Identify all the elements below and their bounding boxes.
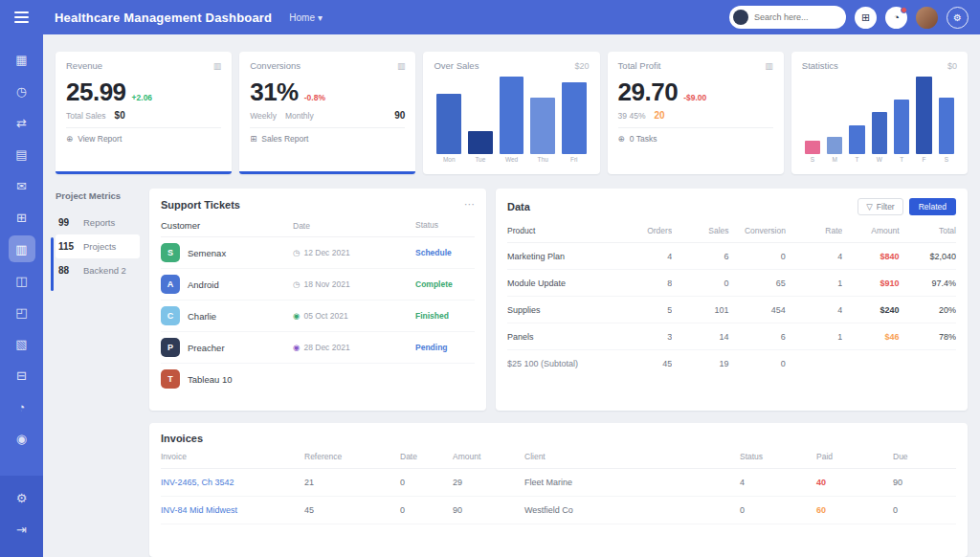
sidebar-item-layouts[interactable]: ◫ bbox=[9, 267, 35, 294]
sidebar-item-schedule[interactable]: ◷ bbox=[9, 78, 35, 104]
col-sales: Sales bbox=[672, 226, 728, 235]
card-footer-link[interactable]: ⊕ View Report bbox=[66, 127, 221, 144]
grid-icon: ⊞ bbox=[250, 134, 256, 144]
sidebar-item-analytics[interactable]: ◔ bbox=[9, 393, 35, 420]
more-icon[interactable]: ⋯ bbox=[464, 198, 475, 211]
card-menu-icon[interactable]: ▥ bbox=[397, 61, 406, 71]
chart-bar bbox=[436, 94, 461, 154]
sidebar-item-settings[interactable]: ⚙ bbox=[9, 484, 35, 511]
customer-name: Semenax bbox=[188, 248, 226, 258]
plus-icon: ⊕ bbox=[66, 134, 73, 144]
schedule-icon: ◷ bbox=[16, 84, 27, 99]
stat-label: Total Profit bbox=[618, 60, 661, 71]
settings-button[interactable]: ⚙ bbox=[947, 7, 969, 29]
total-cell: 20% bbox=[900, 305, 956, 315]
nav-home-label: Home bbox=[289, 12, 315, 23]
customer-avatar: C bbox=[161, 306, 180, 325]
sidebar-item-reports[interactable]: ▤ bbox=[9, 141, 35, 167]
mail-icon: ✉ bbox=[16, 179, 27, 193]
sidebar-item-apps[interactable]: ⊞ bbox=[9, 204, 35, 231]
related-button[interactable]: Related bbox=[909, 198, 956, 215]
ticket-status-link[interactable]: Schedule bbox=[415, 248, 475, 257]
card-footer-link[interactable]: ⊞ Sales Report bbox=[250, 127, 405, 144]
sidebar-item-dashboard[interactable]: ▦ bbox=[9, 46, 35, 73]
metric-item-backend[interactable]: 88 Backend 2 bbox=[56, 258, 140, 282]
col-rate: Rate bbox=[786, 226, 842, 235]
card-footer-link[interactable]: ⊕ 0 Tasks bbox=[618, 127, 773, 144]
sidebar: ▦ ◷ ⇄ ▤ ✉ ⊞ ▥ ◫ ◰ ▧ ⊟ ◔ ◉ ⚙ ⇥ bbox=[0, 34, 43, 557]
chart-bar bbox=[894, 100, 909, 155]
sidebar-item-charts[interactable]: ▧ bbox=[9, 330, 35, 357]
notifications-button[interactable]: ◔ bbox=[885, 7, 907, 29]
search-input[interactable] bbox=[754, 12, 838, 22]
sidebar-item-archive[interactable]: ⊟ bbox=[9, 362, 35, 389]
card-menu-icon[interactable]: ▥ bbox=[765, 61, 773, 71]
amount-cell: $840 bbox=[842, 252, 899, 261]
product-name: Module Update bbox=[507, 278, 615, 288]
metric-item-projects[interactable]: 115 Projects bbox=[56, 234, 140, 258]
col-date: Date bbox=[293, 220, 415, 231]
stat-label: Conversions bbox=[250, 60, 301, 71]
apps-button[interactable]: ⊞ bbox=[855, 7, 877, 29]
ticket-date: 05 Oct 2021 bbox=[303, 311, 347, 321]
clock-icon: ◷ bbox=[293, 279, 300, 289]
stat-sub-value: 20 bbox=[654, 110, 664, 121]
filter-button[interactable]: ▽Filter bbox=[858, 198, 902, 215]
ticket-date: 12 Dec 2021 bbox=[303, 248, 349, 257]
sidebar-item-widgets[interactable]: ◰ bbox=[9, 299, 35, 325]
chart-bar-label: S bbox=[939, 156, 954, 165]
customer-avatar: S bbox=[161, 243, 180, 262]
chart-bar-column: Fri bbox=[562, 77, 587, 165]
stat-value: 29.70 bbox=[618, 78, 679, 107]
ticket-status-link[interactable]: Pending bbox=[415, 343, 475, 352]
card-menu-icon[interactable]: ▥ bbox=[213, 61, 222, 71]
invoice-link[interactable]: INV-2465, Ch 3542 bbox=[161, 478, 304, 487]
widgets-icon: ◰ bbox=[15, 305, 27, 320]
chart-bar-column: F bbox=[916, 77, 931, 165]
chart-bar-label: M bbox=[827, 156, 842, 165]
col-amount: Amount bbox=[453, 452, 524, 461]
ticket-status-link[interactable]: Complete bbox=[415, 279, 475, 289]
sidebar-item-users[interactable]: ◉ bbox=[9, 425, 35, 452]
data-row: Panels 3 14 6 1 $46 78% bbox=[507, 323, 956, 350]
stat-sub-label: Total Sales bbox=[66, 111, 106, 121]
chevron-down-icon: ▾ bbox=[318, 12, 323, 23]
sidebar-item-logout[interactable]: ⇥ bbox=[9, 516, 35, 543]
chart-bar-label: W bbox=[872, 156, 887, 165]
sidebar-item-messages[interactable]: ✉ bbox=[9, 172, 35, 199]
invoice-link[interactable]: INV-84 Mid Midwest bbox=[161, 505, 304, 515]
chart-bar-column: Tue bbox=[468, 77, 493, 165]
user-avatar[interactable] bbox=[916, 7, 938, 29]
search-box[interactable] bbox=[729, 6, 846, 29]
chart-bar-label: Wed bbox=[500, 156, 524, 165]
nav-home[interactable]: Home ▾ bbox=[289, 12, 323, 23]
col-client: Client bbox=[524, 452, 740, 461]
chart-bar-column: T bbox=[849, 77, 864, 165]
product-name: Panels bbox=[507, 332, 615, 342]
sidebar-item-tables[interactable]: ▥ bbox=[9, 235, 35, 262]
customer-name: Charlie bbox=[188, 311, 216, 322]
col-date: Date bbox=[400, 452, 453, 461]
over-sales-bar-chart: MonTueWedThuFri bbox=[434, 77, 589, 165]
chart-bar bbox=[562, 82, 587, 154]
sidebar-item-transfers[interactable]: ⇄ bbox=[9, 109, 35, 136]
project-metrics: Project Metrics 99 Reports 115 Projects … bbox=[56, 189, 140, 282]
amount-cell: $46 bbox=[842, 332, 899, 342]
transfers-icon: ⇄ bbox=[16, 116, 27, 130]
tickets-table-header: Customer Date Status bbox=[161, 214, 475, 237]
statistics-bar-chart: SMTWTFS bbox=[802, 77, 957, 165]
chart-bar bbox=[805, 141, 820, 154]
chart-bar-label: T bbox=[849, 156, 864, 165]
customer-avatar: P bbox=[161, 338, 180, 357]
customer-name: Preacher bbox=[188, 343, 225, 353]
product-name: Supplies bbox=[507, 305, 615, 315]
ticket-status-link[interactable]: Finished bbox=[415, 311, 475, 321]
ticket-row: PPreacher ◉28 Dec 2021 Pending bbox=[161, 332, 475, 364]
metric-item-reports[interactable]: 99 Reports bbox=[56, 211, 140, 234]
top-header: Healthcare Management Dashboard Home ▾ ⊞… bbox=[0, 0, 980, 34]
chart-bar bbox=[500, 77, 524, 154]
chart-bar-column: M bbox=[827, 77, 842, 165]
hamburger-menu-icon[interactable] bbox=[0, 0, 43, 34]
col-total: Total bbox=[900, 226, 956, 235]
dot-icon: ◉ bbox=[293, 311, 300, 321]
